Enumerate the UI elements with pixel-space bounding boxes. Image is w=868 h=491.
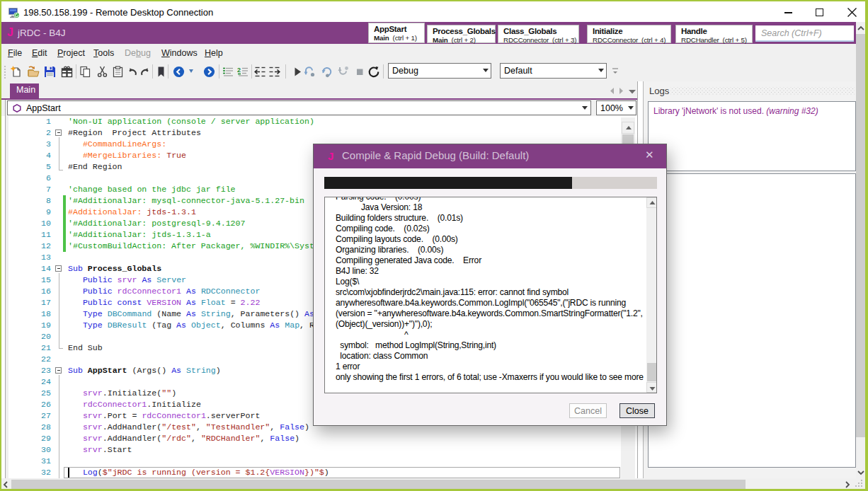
svg-text:2: 2 <box>237 67 241 74</box>
